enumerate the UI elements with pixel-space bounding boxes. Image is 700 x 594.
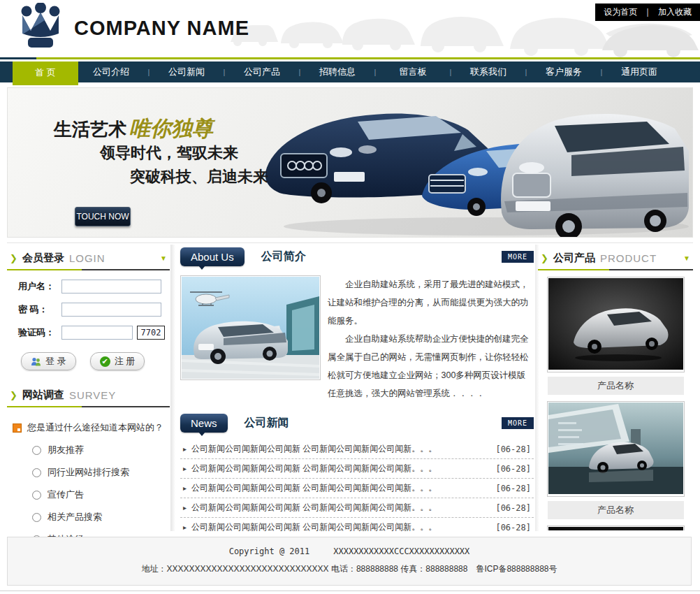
company-code-text: XXXXXXXXXXXXCCCXXXXXXXXXXXX: [333, 546, 469, 556]
add-favorite-link[interactable]: 加入收藏: [658, 6, 692, 18]
news-more-button[interactable]: MORE: [502, 417, 534, 429]
survey-option-label: 相关产品搜索: [48, 511, 102, 523]
product-image[interactable]: [547, 277, 685, 372]
news-row: ▸ 公司新闻公司闻新闻公司闻新 公司新闻公司闻新闻公司闻新。。。 [06-28]: [180, 518, 534, 537]
chevron-down-icon: ▼: [160, 254, 167, 262]
header-accent-line: [0, 57, 700, 59]
news-row: ▸ 公司新闻公司闻新闻公司闻新 公司新闻公司闻新闻公司闻新。。。 [06-28]: [180, 459, 534, 479]
about-image[interactable]: [180, 275, 321, 380]
username-row: 用户名：: [18, 280, 170, 294]
login-section-header: ❯ 会员登录 LOGIN ▼: [7, 246, 170, 269]
survey-option-label: 宣传广告: [48, 488, 84, 501]
product-card: [538, 526, 693, 530]
crown-logo-icon: [17, 3, 64, 53]
section-underline: [7, 269, 170, 270]
password-row: 密 码：: [18, 303, 170, 317]
news-date: [06-28]: [495, 484, 531, 493]
nav-separator: |: [144, 61, 154, 82]
topbar: 设为首页 ｜ 加入收藏: [595, 3, 700, 21]
captcha-input[interactable]: [61, 326, 133, 340]
captcha-image[interactable]: 7702: [137, 326, 165, 340]
about-more-button[interactable]: MORE: [502, 251, 534, 263]
footer-info: 地址：XXXXXXXXXXXXXXXXXXXXXXXXXXXXX 电话：8888…: [8, 563, 691, 575]
nav-separator: |: [521, 61, 531, 82]
banner-slogan-2: 领导时代，驾驭未来: [100, 143, 238, 164]
product-image[interactable]: [547, 526, 685, 530]
news-link[interactable]: 公司新闻公司闻新闻公司闻新 公司新闻公司闻新闻公司闻新。。。: [191, 482, 437, 494]
nav-item-company-products[interactable]: 公司产品: [229, 61, 295, 82]
hero-banner: 生活艺术唯你独尊 领导时代，驾驭未来 突破科技、启迪未来 TOUCH NOW: [7, 87, 693, 238]
main-nav: 首 页 公司介绍 | 公司新闻 | 公司产品 | 招聘信息 | 留言板 | 联系…: [0, 61, 700, 82]
about-body: 企业自助建站系统，采用了最先进的建站模式，让建站和维护合理的分离，从而能提供更为…: [180, 275, 534, 403]
nav-item-home[interactable]: 首 页: [13, 61, 78, 85]
login-title-cn: 会员登录: [22, 252, 64, 265]
survey-title-cn: 网站调查: [22, 389, 64, 402]
survey-option: 相关产品搜索: [32, 511, 170, 523]
nav-item-generic-page[interactable]: 通用页面: [606, 61, 672, 82]
topbar-separator: ｜: [643, 6, 652, 18]
news-link[interactable]: 公司新闻公司闻新闻公司闻新 公司新闻公司闻新闻公司闻新。。。: [191, 521, 437, 533]
news-link[interactable]: 公司新闻公司闻新闻公司闻新 公司新闻公司闻新闻公司闻新。。。: [191, 443, 437, 455]
section-underline: [538, 269, 693, 270]
nav-item-customer-service[interactable]: 客户服务: [531, 61, 597, 82]
radio-button[interactable]: [32, 468, 41, 477]
news-row: ▸ 公司新闻公司闻新闻公司闻新 公司新闻公司闻新闻公司闻新。。。 [06-28]: [180, 440, 534, 459]
product-title-en: PRODUCT: [600, 252, 657, 264]
bullet-arrow-icon: ▸: [183, 465, 187, 472]
news-tab: News: [180, 414, 228, 433]
nav-item-company-news[interactable]: 公司新闻: [154, 61, 219, 82]
nav-separator: |: [597, 61, 606, 82]
product-caption[interactable]: 产品名称: [548, 377, 684, 395]
news-row: ▸ 公司新闻公司闻新闻公司闻新 公司新闻公司闻新闻公司闻新。。。 [06-28]: [180, 498, 534, 518]
page-bottom-line: [0, 591, 700, 591]
header: COMPANY NAME 设为首页 ｜ 加入收藏: [0, 0, 700, 57]
section-underline: [7, 406, 170, 407]
bullet-arrow-icon: ▸: [183, 445, 187, 453]
username-label: 用户名：: [18, 280, 61, 293]
copyright-text: Copyright @ 2011: [229, 546, 310, 556]
news-link[interactable]: 公司新闻公司闻新闻公司闻新 公司新闻公司闻新闻公司闻新。。。: [191, 502, 437, 514]
username-input[interactable]: [61, 280, 161, 294]
banner-cars-image: [256, 89, 692, 238]
banner-slogan-3: 突破科技、启迪未来: [130, 166, 268, 187]
main-content: About Us 公司简介 MORE: [180, 247, 534, 531]
survey-option: 同行业网站排行搜索: [32, 466, 170, 479]
news-link[interactable]: 公司新闻公司闻新闻公司闻新 公司新闻公司闻新闻公司闻新。。。: [191, 463, 437, 475]
password-input[interactable]: [61, 303, 161, 317]
register-button-label: 注 册: [115, 355, 136, 368]
register-button[interactable]: ✔ 注 册: [90, 352, 145, 370]
news-row: ▸ 公司新闻公司闻新闻公司闻新 公司新闻公司闻新闻公司闻新。。。 [06-28]: [180, 479, 534, 498]
radio-button[interactable]: [32, 446, 41, 455]
login-title-en: LOGIN: [69, 252, 105, 264]
survey-question: 您是通过什么途径知道本网站的？: [13, 421, 170, 434]
bullet-arrow-icon: ▸: [183, 523, 187, 531]
product-sidebar: ❯ 公司产品 PRODUCT ▼: [538, 246, 693, 530]
survey-title-en: SURVEY: [69, 389, 116, 401]
section-arrow-icon: ❯: [541, 253, 548, 263]
nav-separator: |: [219, 61, 229, 82]
banner-slogan-accent: 唯你独尊: [129, 116, 213, 140]
chevron-down-icon: ▼: [683, 254, 690, 262]
news-section: News 公司新闻 MORE ▸ 公司新闻公司闻新闻公司闻新 公司新闻公司闻新闻…: [180, 414, 534, 557]
nav-item-contact-us[interactable]: 联系我们: [455, 61, 521, 82]
check-icon: ✔: [100, 356, 110, 367]
nav-item-message-board[interactable]: 留言板: [380, 61, 446, 82]
survey-option: 宣传广告: [32, 488, 170, 501]
product-image[interactable]: [547, 401, 685, 497]
news-date: [06-28]: [495, 444, 531, 454]
set-home-link[interactable]: 设为首页: [604, 6, 637, 18]
nav-item-recruitment[interactable]: 招聘信息: [305, 61, 370, 82]
nav-item-company-intro[interactable]: 公司介绍: [78, 61, 144, 82]
product-caption[interactable]: 产品名称: [548, 501, 684, 519]
news-date: [06-28]: [495, 523, 531, 533]
product-card: 产品名称: [538, 401, 693, 519]
about-paragraph-2: 企业自助建站系统帮助企业方便快捷的创建完全属全属于自己的网站，无需懂网页制作，让…: [328, 330, 534, 403]
news-title: 公司新闻: [245, 416, 289, 430]
radio-button[interactable]: [32, 513, 41, 522]
page: COMPANY NAME 设为首页 ｜ 加入收藏 首 页 公司介绍 | 公司新闻…: [0, 0, 700, 594]
touch-now-button[interactable]: TOUCH NOW: [75, 207, 131, 226]
survey-option: 朋友推荐: [32, 444, 170, 456]
radio-button[interactable]: [32, 491, 41, 500]
login-button[interactable]: 登 录: [21, 352, 76, 370]
captcha-label: 验证码：: [18, 326, 61, 339]
